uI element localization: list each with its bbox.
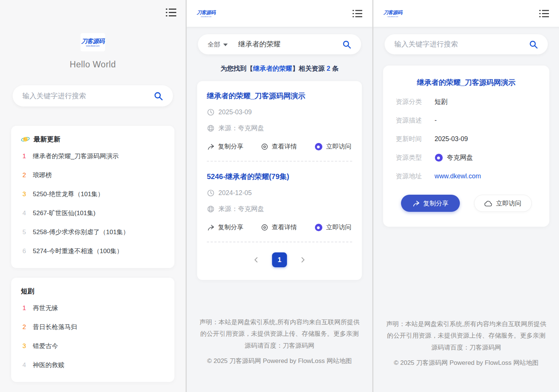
list-item[interactable]: 1 再世无缘: [21, 299, 165, 318]
copy-share-action[interactable]: 复制分享: [207, 223, 243, 232]
resource-detail-card: 继承者的荣耀_刀客源码网演示 资源分类 短剧 资源描述 - 更新时间 2025-…: [383, 66, 549, 227]
search-icon[interactable]: [529, 40, 538, 49]
panel-resource-detail: 刀客源码 www.dkewl.com: [373, 0, 559, 392]
copy-share-label: 复制分享: [218, 223, 243, 232]
list-item-text: 5267-旷世医仙(101集): [33, 209, 95, 217]
list-item[interactable]: 2 琅琊榜: [21, 166, 165, 185]
visit-now-button[interactable]: 立即访问: [474, 195, 532, 212]
visit-now-action[interactable]: 立即访问: [315, 223, 351, 232]
field-label: 资源描述: [396, 116, 435, 125]
found-keyword: 继承者的荣耀: [253, 65, 292, 72]
brand-logo[interactable]: 刀客源码 www.dkewl.com: [383, 7, 402, 20]
visit-now-label: 立即访问: [326, 142, 351, 151]
quark-icon: [315, 223, 323, 232]
brand-logo[interactable]: 刀客源码 www.dkewl.com: [80, 33, 105, 51]
result-title-link[interactable]: 继承者的荣耀_刀客源码网演示: [207, 91, 352, 101]
rank-badge: 1: [21, 305, 28, 312]
results-search-input[interactable]: [238, 40, 342, 48]
menu-icon[interactable]: [165, 7, 177, 17]
brand-logo-text: 刀客源码: [81, 38, 104, 44]
result-item: 继承者的荣耀_刀客源码网演示 2025-03-09: [207, 91, 352, 151]
detail-search-input[interactable]: [394, 40, 529, 48]
result-source: 来源：夸克网盘: [218, 204, 264, 213]
eye-icon: [261, 143, 268, 150]
found-middle: 】相关资源: [292, 65, 326, 72]
list-item[interactable]: 2 昔日长枪落马归: [21, 318, 165, 337]
eye-icon: [261, 224, 268, 231]
result-date-row: 2025-03-09: [207, 108, 352, 116]
list-item-text: 错爱古今: [33, 342, 58, 350]
app-root: 刀客源码 www.dkewl.com Hello World: [0, 0, 559, 392]
result-actions: 复制分享 查看详情: [207, 142, 352, 151]
result-actions: 复制分享 查看详情: [207, 223, 352, 232]
resource-link[interactable]: www.dkewl.com: [435, 172, 481, 180]
copy-share-button-label: 复制分享: [423, 199, 449, 208]
result-item: 5246-继承者的荣耀(79集) 2024-12-05: [207, 172, 352, 232]
result-title-link[interactable]: 5246-继承者的荣耀(79集): [207, 172, 352, 182]
visit-now-action[interactable]: 立即访问: [315, 142, 351, 151]
short-drama-card-header: 短剧: [21, 287, 165, 299]
copy-share-button[interactable]: 复制分享: [401, 195, 460, 212]
footer-disclaimer: 声明：本站是网盘索引系统,所有内容均来自互联网所提供的公开引用资源，未提供资源上…: [199, 316, 360, 351]
list-item-text: 继承者的荣耀_刀客源码网演示: [33, 152, 119, 160]
view-detail-action[interactable]: 查看详情: [261, 142, 297, 151]
search-icon[interactable]: [154, 91, 163, 101]
rank-badge: 2: [21, 324, 28, 331]
panel-search-results: 刀客源码 www.dkewl.com 全部: [187, 0, 372, 392]
view-detail-label: 查看详情: [272, 142, 297, 151]
short-drama-card: 短剧 1 再世无缘 2 昔日长枪落马归 3 错爱古今 4 神医的救赎: [11, 278, 174, 382]
field-label: 资源类型: [396, 153, 435, 162]
list-item-text: 神医的救赎: [33, 361, 64, 369]
list-item-text: 5274-今时重逢不相逢（100集）: [33, 247, 123, 255]
chevron-left-icon[interactable]: [253, 256, 259, 263]
list-item[interactable]: 3 5250-绝世龙尊（101集）: [21, 185, 165, 204]
menu-icon[interactable]: [352, 9, 363, 18]
hello-world-text: Hello World: [0, 60, 186, 70]
resource-type-text: 夸克网盘: [447, 153, 473, 162]
found-prefix: 为您找到【: [221, 65, 253, 72]
site-footer: 声明：本站是网盘索引系统,所有内容均来自互联网所提供的公开引用资源，未提供资源上…: [187, 316, 372, 367]
list-item[interactable]: 4 5267-旷世医仙(101集): [21, 204, 165, 223]
field-label: 资源分类: [396, 97, 435, 106]
chevron-right-icon[interactable]: [300, 256, 306, 263]
list-item[interactable]: 1 继承者的荣耀_刀客源码网演示: [21, 147, 165, 166]
page-number-current[interactable]: 1: [272, 252, 287, 267]
list-item-text: 再世无缘: [33, 304, 58, 312]
brand-logo-text: 刀客源码: [383, 10, 402, 15]
brand-logo-text: 刀客源码: [197, 10, 215, 15]
results-header: 刀客源码 www.dkewl.com: [187, 0, 372, 27]
field-row: 资源分类 短剧: [396, 97, 537, 106]
visit-now-label: 立即访问: [326, 223, 351, 232]
view-detail-action[interactable]: 查看详情: [261, 223, 297, 232]
field-label: 资源地址: [396, 172, 435, 181]
site-footer: 声明：本站是网盘索引系统,所有内容均来自互联网所提供的公开引用资源，未提供资源上…: [373, 318, 559, 369]
share-icon: [207, 143, 215, 150]
home-search-input[interactable]: [22, 92, 154, 100]
view-detail-label: 查看详情: [272, 223, 297, 232]
list-item[interactable]: 4 神医的救赎: [21, 356, 165, 375]
result-source: 来源：夸克网盘: [218, 124, 264, 133]
latest-card-title: 最新更新: [34, 135, 60, 144]
brand-logo[interactable]: 刀客源码 www.dkewl.com: [196, 7, 216, 20]
list-item[interactable]: 6 5274-今时重逢不相逢（100集）: [21, 242, 165, 261]
result-date-row: 2024-12-05: [207, 189, 352, 197]
menu-icon[interactable]: [539, 9, 549, 18]
clock-icon: [207, 108, 215, 116]
short-drama-card-title: 短剧: [21, 287, 34, 296]
detail-search-bar: [385, 34, 548, 54]
cloud-icon: [484, 200, 493, 207]
rank-badge: 5: [21, 229, 28, 236]
rank-badge: 6: [21, 248, 28, 255]
list-item[interactable]: 5 5258-傅少求求你别虐了（101集）: [21, 223, 165, 242]
brand-logo-url: www.dkewl.com: [83, 45, 103, 47]
copy-share-action[interactable]: 复制分享: [207, 142, 243, 151]
globe-icon: [207, 124, 215, 132]
footer-copyright: © 2025 刀客源码网 Powered by FlowLoss 网站地图: [385, 357, 547, 369]
divider: [207, 242, 352, 242]
field-row: 更新时间 2025-03-09: [396, 134, 537, 143]
list-item-text: 琅琊榜: [33, 171, 52, 179]
field-value: -: [435, 117, 437, 124]
search-filter-dropdown[interactable]: 全部: [208, 40, 228, 49]
search-icon[interactable]: [342, 40, 351, 49]
list-item[interactable]: 3 错爱古今: [21, 337, 165, 356]
